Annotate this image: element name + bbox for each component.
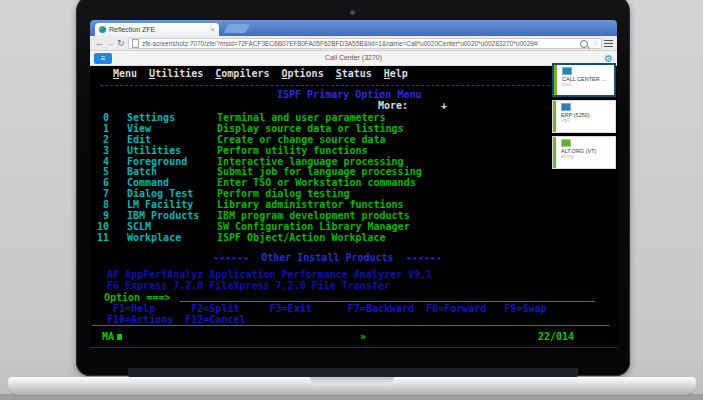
menu-item-menu[interactable]: Menu [113,68,137,79]
menu-item-compilers[interactable]: Compilers [215,68,269,79]
browser-tab-strip: Reflection ZFE × [90,20,617,36]
option-row-3: 3UtilitiesPerform utility functions [90,145,550,156]
option-row-0: 0SettingsTerminal and user parameters [90,112,550,123]
oia-status-mid: » [360,331,366,342]
keyboard-lock-block [117,334,122,340]
page-icon [132,39,139,48]
bookmark-star-icon[interactable]: ☆ [592,40,599,48]
browser-url-bar: ← → ↻ zfe-screenshotz:7070/zfe/?msid=72F… [90,36,617,51]
search-icon[interactable] [580,40,588,48]
address-input[interactable]: zfe-screenshotz:7070/zfe/?msid=72FACF3EC… [128,38,602,49]
ispf-menu-bar: Menu Utilities Compilers Options Status … [113,68,408,79]
session-card-call-center[interactable]: CALL CENTER ... zos1 [552,63,616,97]
terminal-5250-icon [561,103,571,111]
more-plus[interactable]: + [441,100,447,111]
command-input-field[interactable] [180,301,595,302]
option-prompt: Option ===> [104,292,170,303]
oia-cursor-position: 22/014 [538,331,574,342]
session-card-alt-org[interactable]: ALT.ORG (VT) alt.org [552,136,616,169]
forward-icon[interactable]: → [106,38,115,49]
browser-window: Reflection ZFE × ← → ↻ zfe-screenshotz:7… [90,20,617,350]
product-line-2: F6 Fxpress 7.2.0 FileXpress 7.2.0 File T… [107,280,390,291]
url-text[interactable]: zfe-screenshotz:7070/zfe/?msid=72FACF3EC… [142,40,580,47]
menu-item-utilities[interactable]: Utilities [149,68,203,79]
option-row-2: 2EditCreate or change source data [90,134,550,145]
dashed-separator [100,85,605,86]
terminal-bottom-edge [90,347,617,348]
browser-menu-icon[interactable] [604,40,613,47]
tab-title: Reflection ZFE [109,26,207,33]
screen-title: ISPF Primary Option Menu [277,89,422,100]
fkeys-line-2[interactable]: F10=Actions F12=Cancel [107,314,245,325]
option-row-10: 10SCLMSW Configuration Library Manager [90,221,550,232]
session-card-erp[interactable]: ERP (5250) erp1 [552,100,616,133]
browser-tab[interactable]: Reflection ZFE × [95,23,219,36]
back-icon[interactable]: ← [95,38,104,49]
other-products-divider: ------ Other Install Products ------ [213,252,442,263]
laptop-base [8,377,696,395]
more-label: More: [378,100,408,111]
webcam-dot [350,10,356,16]
zfe-toolbar: ≡ Call Center (3270) ⚙ [90,51,617,66]
tab-close-icon[interactable]: × [210,26,215,34]
option-row-8: 8LM FacilityLibrary administrator functi… [90,199,550,210]
terminal-vt-icon [561,139,571,147]
fkeys-line-1[interactable]: F1=Help F2=Split F3=Exit F7=Backward F8=… [107,303,547,314]
option-row-5: 5BatchSubmit job for language processing [90,166,550,177]
option-row-7: 7Dialog TestPerform dialog testing [90,188,550,199]
screenshot-stage: Reflection ZFE × ← → ↻ zfe-screenshotz:7… [0,0,703,400]
session-title: Call Center (3270) [90,54,617,61]
option-row-1: 1ViewDisplay source data or listings [90,123,550,134]
reflection-favicon-icon [99,26,106,33]
menu-item-status[interactable]: Status [336,68,372,79]
product-line-1: AP AppPerfAnalyz Application Performance… [107,269,432,280]
new-tab-button[interactable] [224,24,251,33]
terminal-screen: Menu Utilities Compilers Options Status … [90,66,617,350]
session-sidebar: CALL CENTER ... zos1 ERP (5250) erp1 ALT… [552,63,616,172]
refresh-icon[interactable]: ↻ [117,38,125,49]
laptop-lid-notch [310,377,394,385]
option-row-6: 6CommandEnter TSO or Workstation command… [90,177,550,188]
oia-status-left: MA [102,331,122,342]
oia-separator [92,325,610,326]
option-row-11: 11WorkplaceISPF Object/Action Workplace [90,232,550,243]
terminal-3270-icon [562,67,572,75]
menu-item-help[interactable]: Help [384,68,408,79]
option-row-9: 9IBM ProductsIBM program development pro… [90,210,550,221]
menu-item-options[interactable]: Options [282,68,324,79]
